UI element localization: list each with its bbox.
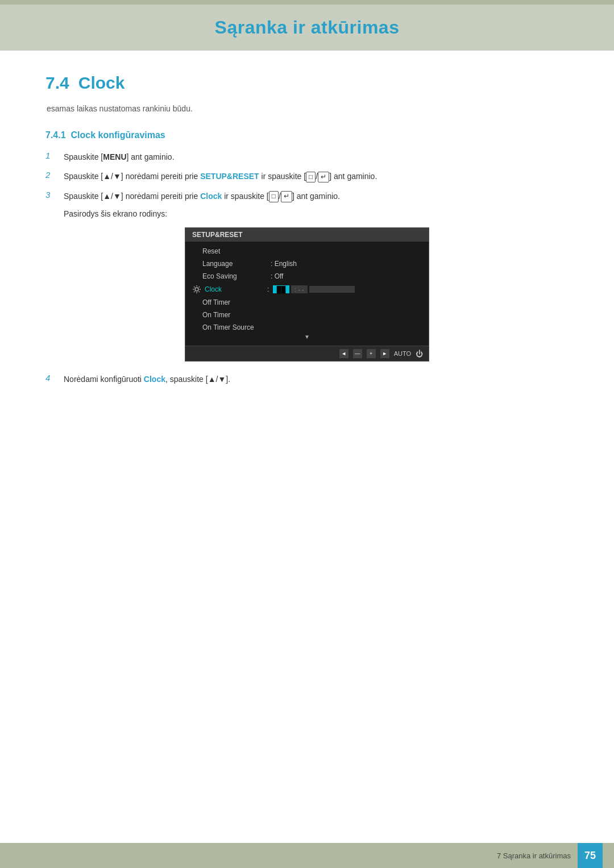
menu-item-on-timer-source: On Timer Source bbox=[185, 321, 429, 334]
nav-btn-minus: — bbox=[353, 349, 362, 358]
menu-label-off-timer: Off Timer bbox=[202, 298, 271, 306]
menu-value-language: : English bbox=[271, 260, 297, 268]
nav-btn-left: ◄ bbox=[339, 349, 349, 358]
section-description: esamas laikas nustatomas rankiniu būdu. bbox=[47, 104, 569, 113]
step-1: 1 Spauskite [MENU] ant gaminio. bbox=[45, 151, 569, 163]
clock-dash-seg: : - - bbox=[291, 285, 308, 293]
menu-item-reset: Reset bbox=[185, 245, 429, 258]
nav-btn-right: ► bbox=[380, 349, 389, 358]
svg-point-0 bbox=[195, 288, 198, 291]
screen-bottom-bar: ◄ — + ► AUTO ⏻ bbox=[185, 346, 429, 361]
step-number-4: 4 bbox=[45, 373, 56, 383]
menu-label-reset: Reset bbox=[202, 247, 271, 255]
clock-bar-fill bbox=[309, 286, 355, 293]
step-number-2: 2 bbox=[45, 170, 56, 180]
menu-value-clock: : ██ : - - bbox=[267, 285, 355, 293]
highlight-clock-3: Clock bbox=[200, 192, 222, 201]
top-decorative-bar bbox=[0, 0, 614, 5]
step-text-1: Spauskite [MENU] ant gaminio. bbox=[64, 151, 175, 163]
menu-label-on-timer: On Timer bbox=[202, 311, 271, 319]
section-heading: 7.4 Clock bbox=[45, 73, 569, 93]
btn-enter-2: ↵ bbox=[318, 172, 329, 183]
step-number-3: 3 bbox=[45, 190, 56, 200]
screen-menu-items: Reset Language : English Eco Saving : Of… bbox=[185, 242, 429, 346]
key-menu: MENU bbox=[103, 152, 126, 161]
menu-item-language: Language : English bbox=[185, 258, 429, 270]
menu-value-eco: : Off bbox=[271, 272, 283, 280]
btn-enter-3: ↵ bbox=[281, 191, 292, 202]
power-icon: ⏻ bbox=[416, 350, 423, 358]
btn-square-3: □ bbox=[269, 191, 279, 202]
section-number: 7.4 bbox=[45, 73, 69, 93]
subsection-heading: 7.4.1 Clock konfigūravimas bbox=[45, 130, 569, 140]
footer-page-number: 75 bbox=[578, 843, 603, 868]
screen-menu-title: SETUP&RESET bbox=[185, 228, 429, 242]
scroll-down-indicator: ▼ bbox=[185, 334, 429, 342]
steps-list-4: 4 Norėdami konfigūruoti Clock, spauskite… bbox=[45, 373, 569, 385]
step-text-3: Spauskite [▲/▼] norėdami pereiti prie Cl… bbox=[64, 190, 340, 202]
auto-label: AUTO bbox=[394, 350, 411, 357]
main-content: 7.4 Clock esamas laikas nustatomas ranki… bbox=[0, 51, 614, 438]
step-number-1: 1 bbox=[45, 151, 56, 160]
menu-label-on-timer-source: On Timer Source bbox=[202, 323, 271, 331]
section-title: Clock bbox=[78, 73, 125, 93]
highlight-clock-4: Clock bbox=[144, 375, 165, 384]
footer-text: 7 Sąranka ir atkūrimas bbox=[497, 852, 571, 860]
menu-label-language: Language bbox=[202, 260, 271, 268]
step-2: 2 Spauskite [▲/▼] norėdami pereiti prie … bbox=[45, 170, 569, 182]
menu-item-clock: Clock : ██ : - - bbox=[185, 283, 429, 296]
sub-text-step3: Pasirodys šis ekrano rodinys: bbox=[64, 209, 569, 218]
clock-cyan-seg: ██ bbox=[273, 285, 290, 293]
screen-simulation: SETUP&RESET Reset Language : English Eco… bbox=[185, 227, 429, 362]
page-title: Sąranka ir atkūrimas bbox=[215, 17, 400, 38]
btn-square-2: □ bbox=[306, 172, 316, 183]
menu-item-on-timer: On Timer bbox=[185, 309, 429, 321]
highlight-setup-reset: SETUP&RESET bbox=[200, 172, 259, 181]
menu-label-eco: Eco Saving bbox=[202, 272, 271, 280]
menu-item-eco: Eco Saving : Off bbox=[185, 270, 429, 283]
menu-item-off-timer: Off Timer bbox=[185, 296, 429, 309]
header-area: Sąranka ir atkūrimas bbox=[0, 5, 614, 51]
footer: 7 Sąranka ir atkūrimas 75 bbox=[0, 843, 614, 868]
step-3: 3 Spauskite [▲/▼] norėdami pereiti prie … bbox=[45, 190, 569, 202]
steps-list: 1 Spauskite [MENU] ant gaminio. 2 Spausk… bbox=[45, 151, 569, 202]
step-4: 4 Norėdami konfigūruoti Clock, spauskite… bbox=[45, 373, 569, 385]
step-text-4: Norėdami konfigūruoti Clock, spauskite [… bbox=[64, 373, 230, 385]
nav-btn-plus: + bbox=[367, 349, 376, 358]
gear-icon bbox=[192, 285, 201, 294]
menu-label-clock: Clock bbox=[205, 285, 267, 293]
step-text-2: Spauskite [▲/▼] norėdami pereiti prie SE… bbox=[64, 170, 377, 182]
